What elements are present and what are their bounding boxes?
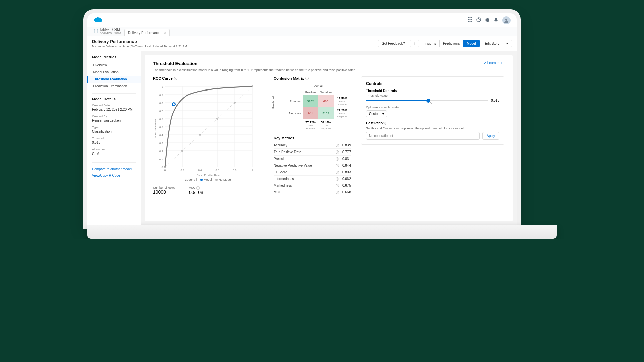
threshold-value-readout: 0.513 (491, 99, 499, 102)
insights-button[interactable]: Insights (421, 40, 439, 47)
svg-rect-14 (97, 31, 98, 31)
sidebar: Model Metrics Overview Model Evaluation … (87, 51, 141, 225)
app-tab-studio[interactable]: Tableau CRMAnalytics Studio (91, 26, 124, 36)
avatar[interactable] (502, 16, 511, 24)
info-icon[interactable]: i (336, 164, 339, 167)
compare-model-link[interactable]: Compare to another model (87, 166, 141, 172)
svg-rect-1 (470, 17, 471, 18)
svg-text:0: 0 (162, 166, 163, 169)
model-details-heading: Model Details (87, 97, 141, 104)
created-date-value: February 12, 2021 2:20 PM (87, 107, 141, 115)
svg-rect-2 (471, 17, 472, 18)
threshold-label: Threshold (87, 137, 141, 140)
created-by-label: Created By (87, 115, 141, 118)
svg-text:0.1: 0.1 (159, 158, 163, 161)
type-value: Classification (87, 129, 141, 137)
roc-chart: 10.90.80.70.60.50.40.30.20.10 00.20.40.6… (153, 83, 257, 174)
sidebar-item-prediction-examination[interactable]: Prediction Examination (87, 83, 141, 90)
info-icon[interactable]: i (336, 157, 339, 161)
auc-value: 0.9108 (189, 190, 203, 195)
confusion-matrix-title: Confusion Matrixi (274, 76, 351, 80)
page-subtitle: Maximize Delivered on time (OnTime) · La… (92, 45, 187, 48)
svg-text:True Positive Rate: True Positive Rate (154, 119, 157, 141)
threshold-point (172, 103, 175, 106)
optimize-label: Optimize a specific metric (366, 106, 499, 109)
learn-more-link[interactable]: ↗ Learn more (484, 61, 504, 65)
info-icon[interactable]: i (383, 122, 386, 125)
created-date-label: Created Date (87, 104, 141, 107)
confusion-matrix: Actual PositiveNegative Positive32826681… (287, 83, 351, 131)
view-r-code-link[interactable]: View/Copy R Code (87, 172, 141, 179)
key-metric-row: Negative Predictive Valuei0.844 (274, 162, 351, 169)
sidebar-item-threshold-evaluation[interactable]: Threshold Evaluation (87, 76, 141, 83)
rows-value: 10000 (153, 189, 175, 195)
roc-legend: Legend | Model No Model (153, 178, 264, 181)
chevron-down-icon: ▾ (382, 112, 384, 116)
cost-ratio-input[interactable] (366, 132, 480, 140)
key-metric-row: True Positive Ratei0.777 (274, 149, 351, 156)
info-icon[interactable]: i (336, 144, 339, 147)
threshold-value-label: Threshold Value (366, 94, 499, 97)
edit-story-button[interactable]: Edit Story (482, 40, 503, 47)
controls-panel: Controls Threshold Controls Threshold Va… (361, 76, 504, 145)
sidebar-item-model-evaluation[interactable]: Model Evaluation (87, 69, 141, 76)
info-icon[interactable]: i (174, 77, 177, 80)
info-icon[interactable]: i (336, 184, 339, 187)
close-icon[interactable]: × (164, 31, 166, 35)
sidebar-heading: Model Metrics (87, 55, 141, 62)
svg-text:0.3: 0.3 (159, 142, 163, 145)
feedback-button[interactable]: Got Feedback? (378, 40, 408, 47)
svg-rect-17 (95, 32, 95, 33)
type-label: Type (87, 126, 141, 129)
svg-rect-0 (468, 17, 469, 18)
svg-rect-15 (95, 29, 95, 31)
gear-icon[interactable] (485, 17, 490, 23)
algorithm-value: GLM (87, 151, 141, 159)
key-metric-row: Markednessi0.675 (274, 182, 351, 189)
predictions-button[interactable]: Predictions (440, 40, 463, 47)
model-button[interactable]: Model (463, 40, 479, 47)
svg-text:0.7: 0.7 (159, 110, 163, 113)
cursor-icon: ↖ (429, 101, 432, 105)
created-by-value: Reinier van Leuken (87, 118, 141, 126)
info-icon[interactable]: i (336, 177, 339, 181)
info-icon[interactable]: i (336, 150, 339, 154)
controls-heading: Controls (366, 81, 499, 86)
bell-icon[interactable] (494, 17, 498, 23)
svg-rect-7 (470, 21, 471, 22)
sidebar-item-overview[interactable]: Overview (87, 62, 141, 69)
svg-text:0.4: 0.4 (159, 134, 163, 137)
svg-text:0.2: 0.2 (180, 169, 184, 172)
rows-label: Number of Rows (153, 186, 175, 189)
optimize-metric-select[interactable]: Custom▾ (366, 110, 387, 117)
apps-icon[interactable] (468, 17, 472, 23)
info-icon[interactable]: i (336, 171, 339, 174)
svg-rect-16 (97, 29, 98, 31)
cost-ratio-heading: Cost Ratioi (366, 121, 499, 125)
key-metric-row: Informednessi0.662 (274, 176, 351, 182)
threshold-slider[interactable]: ↖ (366, 100, 488, 101)
svg-rect-4 (470, 19, 471, 20)
key-metric-row: F1 Scorei0.803 (274, 169, 351, 176)
key-metrics-title: Key Metrics (274, 136, 351, 140)
info-icon[interactable]: i (336, 191, 339, 194)
key-metric-row: Accuracyi0.839 (274, 142, 351, 149)
cost-ratio-description: Set this and Einstein can help select th… (366, 127, 499, 130)
pause-button[interactable]: ⏸ (410, 40, 419, 47)
svg-rect-5 (471, 19, 472, 20)
svg-text:0.8: 0.8 (233, 169, 237, 172)
help-icon[interactable] (476, 17, 481, 23)
svg-text:0.9: 0.9 (159, 94, 163, 97)
svg-text:1: 1 (252, 169, 253, 172)
apply-button[interactable]: Apply (482, 132, 499, 140)
edit-story-dropdown[interactable]: ▾ (503, 40, 512, 47)
tab-delivery-performance[interactable]: Delivery Performance × (124, 29, 170, 36)
auc-label: AUC i (189, 186, 203, 190)
info-icon[interactable]: i (196, 186, 200, 190)
info-icon[interactable]: i (305, 77, 309, 80)
svg-rect-6 (468, 21, 469, 22)
tableau-icon (94, 29, 98, 34)
algorithm-label: Algorithm (87, 148, 141, 151)
threshold-value: 0.513 (87, 140, 141, 148)
key-metric-row: Precisioni0.831 (274, 156, 351, 162)
